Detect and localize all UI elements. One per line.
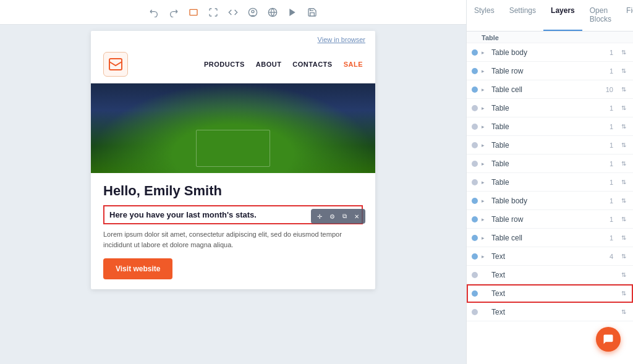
layer-item[interactable]: ▸ Table cell 1 ⇅ [467,229,633,247]
svg-rect-6 [109,59,122,70]
layer-dot [472,235,478,241]
layer-count: 1 [603,179,613,186]
move-icon[interactable]: ✛ [314,211,325,222]
expand-icon[interactable] [207,6,219,19]
layer-item[interactable]: Text ⇅ [467,303,633,321]
layer-item[interactable]: ▸ Table 1 ⇅ [467,117,633,136]
layer-name: Table [491,159,600,168]
layer-name: Table row [491,67,600,75]
layer-name: Table [491,178,600,187]
undo-icon[interactable] [148,6,160,19]
layer-dot [472,142,478,148]
hero-image [91,83,375,173]
layer-dot [472,272,478,278]
play-icon[interactable] [286,6,299,19]
logo [103,52,128,77]
code-icon[interactable] [227,6,239,19]
tab-styles[interactable]: Styles [467,0,502,31]
layer-item-selected[interactable]: Text ⇅ [467,284,633,303]
reorder-icon[interactable]: ⇅ [619,122,628,131]
layer-dot [472,87,478,93]
layer-count: 1 [603,160,613,167]
layer-item[interactable]: ▸ Table 1 ⇅ [467,99,633,117]
layer-arrow: ▸ [482,142,488,148]
top-table-label: Table [467,32,633,43]
preview-icon[interactable] [247,6,259,19]
globe-icon[interactable] [266,6,279,19]
reorder-icon[interactable]: ⇅ [619,85,628,94]
layer-arrow: ▸ [482,87,488,93]
layer-arrow: ▸ [482,68,488,74]
reorder-icon[interactable]: ⇅ [619,308,628,316]
nav-products[interactable]: PRODUCTS [204,61,245,68]
layer-dot [472,198,478,204]
view-in-browser-link[interactable]: View in browser [91,31,375,46]
layer-dot [472,68,478,74]
layer-item[interactable]: ▸ Table 1 ⇅ [467,136,633,154]
layer-count: 1 [603,197,613,205]
tab-open-blocks[interactable]: Open Blocks [582,0,619,31]
layer-dot [472,253,478,260]
layer-arrow: ▸ [482,216,488,222]
nav-sale[interactable]: SALE [344,61,363,68]
reorder-icon[interactable]: ⇅ [619,271,628,279]
email-content: Hello, Emily Smith ✛ ⚙ ⧉ ✕ Here you have… [91,173,375,289]
save-icon[interactable] [306,6,318,19]
redo-icon[interactable] [168,6,180,19]
settings-icon[interactable]: ⚙ [326,211,338,222]
layer-arrow: ▸ [482,253,488,260]
top-toolbar [0,0,466,25]
layer-dot [472,105,478,111]
layer-item[interactable]: Text ⇅ [467,266,633,284]
layer-count: 1 [603,49,613,56]
reorder-icon[interactable]: ⇅ [619,215,628,224]
duplicate-icon[interactable]: ⧉ [339,211,350,222]
layer-item[interactable]: ▸ Text 4 ⇅ [467,247,633,266]
layer-arrow: ▸ [482,235,488,241]
reorder-icon[interactable]: ⇅ [619,178,628,187]
layer-name: Table cell [491,234,600,242]
reorder-icon[interactable]: ⇅ [619,197,628,205]
layer-item[interactable]: ▸ Table body 1 ⇅ [467,192,633,210]
layer-dot [472,309,478,315]
tab-settings[interactable]: Settings [502,0,543,31]
layer-name: Text [491,252,600,261]
preview-area: View in browser PRODUCTS ABOUT CONTACTS … [0,0,466,364]
svg-rect-0 [190,9,197,15]
nav-contacts[interactable]: CONTACTS [292,61,332,68]
layer-dot [472,179,478,185]
layer-item[interactable]: ▸ Table cell 10 ⇅ [467,80,633,99]
layer-count: 1 [603,67,613,75]
tab-layers[interactable]: Layers [543,0,582,31]
reorder-icon[interactable]: ⇅ [619,48,628,57]
reorder-icon[interactable]: ⇅ [619,234,628,242]
reorder-icon[interactable]: ⇅ [619,67,628,75]
layer-arrow: ▸ [482,49,488,56]
layer-dot [472,161,478,167]
reorder-icon[interactable]: ⇅ [619,159,628,168]
field-lines [196,130,270,167]
panel-tabs: Styles Settings Layers Open Blocks Field… [467,0,633,32]
layer-item[interactable]: ▸ Table row 1 ⇅ [467,62,633,80]
layer-name-text: Text [491,289,600,298]
reorder-icon[interactable]: ⇅ [619,141,628,150]
layer-dot [472,124,478,130]
delete-icon[interactable]: ✕ [351,211,362,222]
layer-count: 4 [603,253,613,260]
layer-name: Table [491,141,600,150]
layer-item[interactable]: ▸ Table 1 ⇅ [467,154,633,173]
chat-fab[interactable] [596,327,621,352]
layer-item[interactable]: ▸ Table 1 ⇅ [467,173,633,192]
reorder-icon[interactable]: ⇅ [619,252,628,261]
reorder-icon[interactable]: ⇅ [619,289,628,298]
layer-count: 1 [603,104,613,112]
nav-about[interactable]: ABOUT [256,61,282,68]
reorder-icon[interactable]: ⇅ [619,104,628,112]
layer-name: Table row [491,215,600,224]
hello-text: Hello, Emily Smith [103,183,363,199]
tab-fields[interactable]: Fields [619,0,633,31]
layer-item[interactable]: ▸ Table body 1 ⇅ [467,43,633,62]
visit-website-button[interactable]: Visit website [103,258,172,279]
layer-item[interactable]: ▸ Table row 1 ⇅ [467,210,633,229]
rectangle-icon[interactable] [187,6,200,19]
